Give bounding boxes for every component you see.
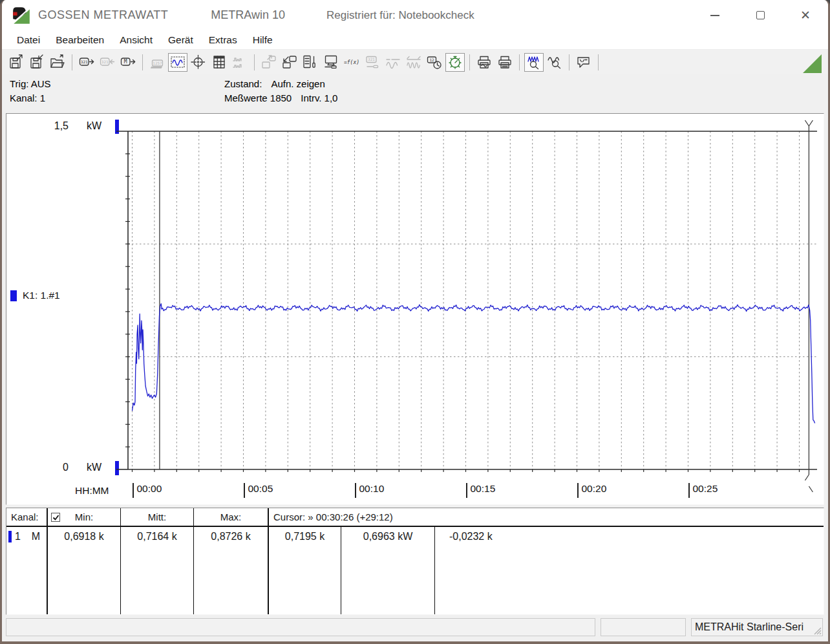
trend-chart-icon bbox=[170, 54, 186, 70]
analog-wave-button[interactable] bbox=[383, 53, 403, 72]
close-icon: ✕ bbox=[800, 9, 811, 21]
zoom-time-button[interactable] bbox=[545, 53, 564, 72]
plot-area[interactable] bbox=[6, 114, 824, 502]
print-preview-button[interactable] bbox=[474, 53, 494, 72]
comment-button[interactable] bbox=[574, 53, 593, 72]
single-wave-icon bbox=[385, 54, 401, 70]
toolbar-separator bbox=[142, 54, 143, 70]
read-memory-button[interactable]: M bbox=[118, 53, 138, 72]
table-view-icon bbox=[211, 54, 227, 70]
view-table-button[interactable] bbox=[209, 53, 229, 72]
zoom-curve-button[interactable] bbox=[524, 53, 544, 72]
registration-text: Registriert für: Notebookcheck bbox=[326, 9, 474, 22]
multi-wave-button[interactable] bbox=[404, 53, 423, 72]
header-mitt: Mitt: bbox=[120, 508, 193, 527]
formula-icon: =f(x) bbox=[344, 54, 359, 70]
brand-title: GOSSEN METRAWATT bbox=[38, 8, 168, 22]
device-config-button[interactable]: 321 bbox=[363, 53, 382, 72]
minimize-icon bbox=[710, 15, 719, 16]
toolbar-separator bbox=[598, 54, 599, 70]
row-delta-value: -0,0232 k bbox=[434, 527, 824, 546]
time-stamp-button[interactable]: 12 bbox=[425, 53, 444, 72]
menubar: Datei Bearbeiten Ansicht Gerät Extras Hi… bbox=[2, 30, 828, 50]
view-xy-button[interactable] bbox=[189, 53, 208, 72]
device-321-settings-icon: 321 bbox=[365, 54, 380, 70]
x-axis-tick: 00:15 bbox=[466, 483, 496, 498]
recording-info-panel: Trig: AUS Kanal: 1 Zustand: Aufn. zeigen… bbox=[2, 74, 828, 113]
titlebar: GOSSEN METRAWATT METRAwin 10 Registriert… bbox=[2, 0, 828, 30]
statusbar-device: METRAHit Starline-Seri bbox=[691, 618, 823, 636]
send-device-321-button[interactable]: 321 bbox=[98, 53, 117, 72]
print-button[interactable] bbox=[495, 53, 515, 72]
zustand-label: Zustand: bbox=[224, 78, 262, 89]
svg-text:321: 321 bbox=[101, 59, 109, 64]
row-max-value: 0,8726 k bbox=[193, 527, 268, 546]
floppy-export-icon bbox=[8, 54, 24, 70]
menu-hilfe[interactable]: Hilfe bbox=[246, 32, 280, 48]
load-from-device-button[interactable] bbox=[280, 53, 299, 72]
menu-bearbeiten[interactable]: Bearbeiten bbox=[48, 32, 111, 48]
channel-number: 1 bbox=[15, 531, 21, 542]
file-save-button[interactable] bbox=[27, 53, 47, 72]
read-device-321-button[interactable]: 321 bbox=[77, 53, 96, 72]
live-record-button[interactable] bbox=[445, 53, 465, 72]
menu-geraet[interactable]: Gerät bbox=[161, 32, 200, 48]
formula-button[interactable]: =f(x) bbox=[342, 53, 361, 72]
maximize-icon bbox=[756, 11, 765, 19]
open-folder-icon bbox=[50, 54, 65, 70]
zustand-value: Aufn. zeigen bbox=[271, 78, 325, 89]
header-max: Max: bbox=[193, 508, 268, 527]
row-channel-cell[interactable]: 1 M bbox=[6, 527, 47, 546]
menu-extras[interactable]: Extras bbox=[202, 32, 244, 48]
file-open-button[interactable] bbox=[48, 53, 67, 72]
menu-ansicht[interactable]: Ansicht bbox=[112, 32, 160, 48]
stats-table: Kanal: Min: Mitt: Max: Cursor: » 00:30:2… bbox=[6, 508, 824, 615]
print-preview-icon bbox=[476, 54, 492, 70]
menu-datei[interactable]: Datei bbox=[10, 32, 47, 48]
printer-icon bbox=[497, 54, 513, 70]
maximize-button[interactable] bbox=[754, 10, 766, 21]
row-min-value: 0,6918 k bbox=[47, 527, 120, 546]
statusbar-section-2 bbox=[601, 618, 686, 636]
minimize-button[interactable] bbox=[709, 10, 721, 21]
show-display-button[interactable]: 1257 bbox=[147, 53, 167, 72]
x-axis-tick: 00:10 bbox=[355, 483, 385, 498]
resize-grip-icon[interactable] bbox=[811, 625, 822, 635]
header-min-label: Min: bbox=[75, 511, 93, 522]
chart-panel: 1,5 kW 0 kW K1: 1.#1 HH:MM 00:0000:0500:… bbox=[6, 113, 824, 505]
monitor-settings-icon bbox=[323, 54, 339, 70]
app-window: GOSSEN METRAWATT METRAwin 10 Registriert… bbox=[0, 0, 830, 644]
header-cursor: Cursor: » 00:30:26 (+29:12) bbox=[268, 508, 824, 527]
statusbar-section-1 bbox=[6, 618, 595, 636]
statusbar: METRAHit Starline-Seri bbox=[2, 615, 828, 641]
display-settings-button[interactable] bbox=[321, 53, 341, 72]
device-321-out-icon: 321 bbox=[79, 54, 94, 70]
view-histogram-button[interactable] bbox=[230, 53, 250, 72]
floppy-save-icon bbox=[29, 54, 45, 70]
brand-green-triangle bbox=[803, 54, 822, 73]
channel-visibility-checkbox[interactable] bbox=[51, 513, 60, 522]
toolbar-separator bbox=[72, 54, 72, 70]
svg-text:12: 12 bbox=[429, 58, 434, 62]
list-settings-icon bbox=[303, 54, 318, 70]
comment-bubble-icon bbox=[576, 54, 591, 70]
x-axis-tick: 00:20 bbox=[577, 483, 607, 498]
file-export-button[interactable] bbox=[6, 53, 26, 72]
messwerte-count: Meßwerte 1850 bbox=[224, 92, 292, 103]
svg-text:1257: 1257 bbox=[153, 61, 162, 65]
svg-text:321: 321 bbox=[81, 59, 88, 64]
display-values-icon: 1257 bbox=[149, 54, 165, 70]
save-to-device-button[interactable] bbox=[259, 53, 279, 72]
table-filler bbox=[6, 546, 47, 614]
gossen-metrawatt-logo-icon bbox=[11, 5, 32, 26]
x-axis-tick: 00:05 bbox=[244, 483, 273, 498]
svg-text:321: 321 bbox=[368, 57, 375, 61]
close-button[interactable]: ✕ bbox=[800, 10, 811, 21]
measurement-settings-button[interactable] bbox=[301, 53, 320, 72]
view-trend-button[interactable] bbox=[168, 53, 187, 72]
toolbar-separator bbox=[569, 54, 569, 70]
histogram-icon bbox=[232, 54, 248, 70]
toolbar-separator bbox=[519, 54, 520, 70]
device-name-text: METRAHit Starline-Seri bbox=[695, 621, 803, 633]
interval-value: Intrv. 1,0 bbox=[301, 92, 337, 103]
